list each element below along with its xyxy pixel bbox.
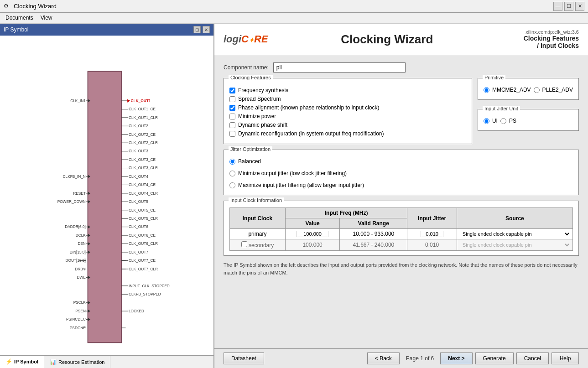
footer-note: The IP Symbol shown on the left describe…: [224, 261, 579, 276]
jitter-unit-options-row: UI PS: [484, 118, 573, 124]
tab-resource-estimation[interactable]: 📊 Resource Estimation: [44, 356, 111, 368]
left-panel: IP Symbol ⊡ ✕ CLK_IN1 CLKFB_IN_N: [0, 24, 214, 368]
back-button[interactable]: < Back: [367, 352, 400, 364]
tab-resource-estimation-label: Resource Estimation: [58, 359, 105, 365]
svg-text:CLK_OUT5_CLR: CLK_OUT5_CLR: [129, 216, 158, 221]
svg-text:CLK_OUT3_CE: CLK_OUT3_CE: [129, 157, 156, 162]
svg-text:CLK_OUT4_CE: CLK_OUT4_CE: [129, 182, 156, 187]
maximize-button[interactable]: ☐: [564, 2, 573, 11]
primitive-group: Primitive MMCME2_ADV PLLE2_ADV: [478, 78, 579, 100]
max-input-jitter-radio[interactable]: [229, 182, 235, 188]
ui-label: UI: [492, 118, 498, 124]
svg-text:CLK_IN1: CLK_IN1: [70, 98, 86, 103]
menu-documents[interactable]: Documents: [2, 14, 37, 22]
panel-title-bar: IP Symbol ⊡ ✕: [0, 24, 213, 36]
help-button[interactable]: Help: [552, 352, 579, 364]
svg-text:RESET: RESET: [73, 191, 86, 196]
svg-text:CLK_OUT6: CLK_OUT6: [129, 224, 148, 229]
svg-text:CLK_OUT4_CLR: CLK_OUT4_CLR: [129, 191, 158, 196]
balanced-radio[interactable]: [229, 159, 235, 165]
secondary-source-select[interactable]: Single ended clock capable pin: [461, 242, 571, 248]
secondary-valid-range: 41.667 - 240.000: [340, 239, 407, 251]
primary-source-cell: Single ended clock capable pin Different…: [457, 229, 572, 239]
primary-jitter-input[interactable]: [421, 231, 443, 237]
min-output-jitter-radio[interactable]: [229, 171, 235, 176]
mmcme2-adv-radio[interactable]: [484, 87, 489, 93]
next-button[interactable]: Next >: [440, 352, 472, 364]
ps-radio[interactable]: [500, 118, 506, 124]
component-name-input[interactable]: [273, 62, 406, 73]
close-button[interactable]: ✕: [575, 2, 584, 11]
footer-left-buttons: Datasheet: [224, 352, 264, 364]
checkbox-phase-alignment: Phase alignment (known phase relationshi…: [229, 104, 466, 111]
col-source: Source: [457, 208, 572, 229]
svg-text:CLK_OUT2: CLK_OUT2: [129, 124, 148, 128]
svg-text:CLK_OUT2_CLR: CLK_OUT2_CLR: [129, 140, 158, 145]
balanced-label: Balanced: [238, 158, 261, 165]
svg-text:DWE: DWE: [77, 275, 86, 280]
jitter-max-input-row: Maximize input jitter filtering (allow l…: [229, 182, 573, 188]
dynamic-reconfig-checkbox[interactable]: [229, 131, 235, 137]
max-input-jitter-label: Maximize input jitter filtering (allow l…: [238, 182, 364, 188]
logo: logiC✦RE: [224, 34, 268, 44]
primary-value[interactable]: [285, 229, 340, 239]
cancel-button[interactable]: Cancel: [516, 352, 549, 364]
ps-label: PS: [509, 118, 516, 124]
col-input-freq: Input Freq (MHz): [285, 208, 407, 218]
primitive-title: Primitive: [483, 75, 505, 80]
footer-right-buttons: < Back Page 1 of 6 Next > Generate Cance…: [367, 352, 579, 364]
ui-radio[interactable]: [484, 118, 489, 124]
primary-source-select[interactable]: Single ended clock capable pin Different…: [461, 231, 571, 237]
generate-button[interactable]: Generate: [475, 352, 514, 364]
jitter-min-output-row: Minimize output jitter (low clock jitter…: [229, 170, 573, 176]
tab-ip-symbol-label: IP Symbol: [14, 359, 38, 364]
minimize-button[interactable]: —: [553, 2, 562, 11]
menu-view[interactable]: View: [37, 14, 56, 22]
jitter-optimization-title: Jitter Optimization: [229, 146, 272, 152]
ip-symbol-svg: CLK_IN1 CLKFB_IN_N RESET POWER_DOWN DADD…: [0, 36, 213, 355]
right-side-boxes: Primitive MMCME2_ADV PLLE2_ADV Input Jit…: [478, 78, 579, 150]
svg-text:CLK_OUT4: CLK_OUT4: [129, 174, 148, 179]
logo-area: logiC✦RE: [224, 34, 268, 44]
panel-close-button[interactable]: ✕: [203, 26, 210, 33]
checkbox-minimize-power: Minimize power: [229, 113, 466, 119]
freq-synthesis-checkbox[interactable]: [229, 88, 235, 93]
input-jitter-unit-title: Input Jitter Unit: [483, 106, 520, 111]
phase-alignment-checkbox[interactable]: [229, 105, 235, 111]
svg-text:DEN: DEN: [78, 241, 86, 246]
tab-ip-symbol[interactable]: ⚡ IP Symbol: [0, 356, 44, 368]
section-title: Clocking Features / Input Clocks: [506, 35, 579, 49]
col-input-clock: Input Clock: [230, 208, 286, 229]
minimize-power-checkbox[interactable]: [229, 114, 235, 119]
svg-text:DCLK: DCLK: [76, 233, 86, 238]
version-text: xilinx.com:ip:clk_wiz:3.6: [506, 29, 579, 35]
svg-text:DIN[15:0]: DIN[15:0]: [70, 250, 86, 254]
plle2-adv-radio[interactable]: [534, 87, 540, 93]
svg-marker-47: [127, 99, 130, 102]
spread-spectrum-checkbox[interactable]: [229, 96, 235, 102]
primary-jitter[interactable]: [407, 229, 457, 239]
phase-alignment-label: Phase alignment (known phase relationshi…: [238, 104, 380, 111]
primary-value-input[interactable]: [297, 231, 328, 237]
panel-title: IP Symbol: [4, 26, 28, 33]
jitter-optimization-group: Jitter Optimization Balanced Minimize ou…: [224, 150, 579, 195]
svg-text:POWER_DOWN: POWER_DOWN: [57, 199, 86, 204]
mmcme2-adv-label: MMCME2_ADV: [492, 87, 531, 93]
svg-text:CLK_OUT3: CLK_OUT3: [129, 149, 148, 153]
secondary-enable-checkbox[interactable]: [241, 241, 247, 247]
wizard-content: Component name: Clocking Features Freque…: [214, 55, 588, 348]
datasheet-button[interactable]: Datasheet: [224, 352, 264, 364]
svg-text:DADDR[6:0]: DADDR[6:0]: [65, 224, 86, 229]
svg-text:CLK_OUT2_CE: CLK_OUT2_CE: [129, 132, 156, 137]
svg-text:CLK_OUT6_CE: CLK_OUT6_CE: [129, 233, 156, 238]
dynamic-phase-checkbox[interactable]: [229, 122, 235, 128]
plle2-adv-label: PLLE2_ADV: [542, 87, 573, 93]
jitter-options-col: Balanced Minimize output jitter (low clo…: [229, 156, 573, 190]
svg-text:CLK_OUT7_CLR: CLK_OUT7_CLR: [129, 267, 158, 271]
header-right: xilinx.com:ip:clk_wiz:3.6 Clocking Featu…: [506, 29, 579, 49]
checkbox-dynamic-phase: Dynamic phase shift: [229, 122, 466, 128]
minimize-power-label: Minimize power: [238, 113, 276, 119]
title-bar-text: Clocking Wizard: [14, 3, 553, 10]
panel-restore-button[interactable]: ⊡: [193, 26, 201, 33]
min-output-jitter-label: Minimize output jitter (low clock jitter…: [238, 170, 347, 176]
